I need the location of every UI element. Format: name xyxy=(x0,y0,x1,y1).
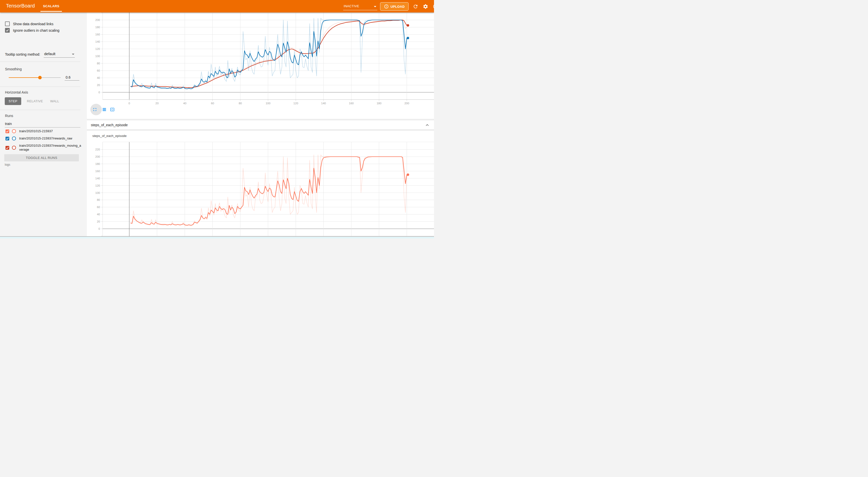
run-checkbox[interactable] xyxy=(5,146,9,150)
run-checkbox[interactable] xyxy=(5,137,9,140)
svg-text:180: 180 xyxy=(95,162,100,165)
chevron-down-icon xyxy=(374,6,376,7)
checkbox-ignore-outliers[interactable]: Ignore outliers in chart scaling xyxy=(5,28,59,33)
svg-text:0: 0 xyxy=(128,102,130,105)
run-label: train/20201015-215937 xyxy=(19,129,82,133)
checkbox-box[interactable] xyxy=(5,22,10,26)
slider-fill xyxy=(9,77,40,78)
axis-button-step[interactable]: STEP xyxy=(5,97,21,105)
checkbox-show-download-links[interactable]: Show data download links xyxy=(5,22,54,26)
svg-text:140: 140 xyxy=(95,177,100,180)
svg-text:220: 220 xyxy=(95,148,100,151)
svg-text:140: 140 xyxy=(321,102,326,105)
svg-text:20: 20 xyxy=(155,102,159,105)
fit-domain-icon[interactable] xyxy=(110,107,115,112)
run-color-radio[interactable] xyxy=(12,129,16,133)
refresh-icon[interactable] xyxy=(413,4,418,9)
divider xyxy=(0,110,80,110)
smoothing-label: Smoothing xyxy=(5,67,22,71)
run-label: train/20201015-215937/rewards_raw xyxy=(19,136,82,140)
run-color-radio[interactable] xyxy=(12,146,16,150)
status-dropdown-value: INACTIVE xyxy=(344,4,359,8)
divider xyxy=(0,62,80,62)
svg-text:40: 40 xyxy=(97,76,100,80)
svg-text:20: 20 xyxy=(97,84,100,87)
checkbox-label: Show data download links xyxy=(13,22,54,26)
upload-button-label: UPLOAD xyxy=(391,5,405,8)
section-title: steps_of_each_episode xyxy=(91,123,128,127)
runs-filter-input[interactable]: train xyxy=(5,120,80,127)
scalar-chart-canvas[interactable]: 0204060801001201401601802000204060801001… xyxy=(87,12,434,119)
svg-text:80: 80 xyxy=(239,102,242,105)
sidebar: Show data download links Ignore outliers… xyxy=(0,12,87,236)
svg-text:0: 0 xyxy=(99,91,100,94)
run-item[interactable]: train/20201015-215937/rewards_moving_ave… xyxy=(5,144,85,152)
svg-text:180: 180 xyxy=(377,102,381,105)
svg-text:200: 200 xyxy=(404,102,409,105)
svg-text:200: 200 xyxy=(95,155,100,158)
bottom-panel-edge xyxy=(0,236,434,238)
tooltip-sorting-row: Tooltip sorting method: default xyxy=(5,52,82,58)
svg-text:120: 120 xyxy=(95,47,100,51)
svg-text:100: 100 xyxy=(95,191,100,194)
help-icon[interactable] xyxy=(433,3,434,10)
run-item[interactable]: train/20201015-215937 xyxy=(5,129,85,133)
run-item[interactable]: train/20201015-215937/rewards_raw xyxy=(5,136,85,140)
chart-toolbar xyxy=(92,105,122,115)
svg-text:180: 180 xyxy=(95,26,100,29)
run-list: train/20201015-215937train/20201015-2159… xyxy=(5,129,85,155)
smoothing-slider[interactable] xyxy=(9,76,61,80)
svg-text:160: 160 xyxy=(349,102,354,105)
settings-icon[interactable] xyxy=(423,4,428,9)
data-table-icon[interactable] xyxy=(102,107,107,112)
chevron-up-icon[interactable] xyxy=(425,123,430,127)
tooltip-sorting-value: default xyxy=(44,52,55,56)
runs-label: Runs xyxy=(5,114,13,118)
svg-text:140: 140 xyxy=(95,40,100,43)
svg-text:100: 100 xyxy=(266,102,270,105)
svg-text:20: 20 xyxy=(97,220,100,223)
section-header-card[interactable]: steps_of_each_episode xyxy=(87,120,434,129)
toggle-all-runs-button[interactable]: TOGGLE ALL RUNS xyxy=(4,154,79,161)
logs-text: logs xyxy=(5,163,10,166)
tooltip-sorting-select[interactable]: default xyxy=(44,51,75,58)
tab-scalars-label: SCALARS xyxy=(40,4,62,8)
tab-scalars[interactable]: SCALARS xyxy=(40,0,62,12)
svg-text:60: 60 xyxy=(97,69,100,72)
axis-button-relative[interactable]: RELATIVE xyxy=(25,97,45,105)
info-icon xyxy=(384,4,389,9)
checkbox-box[interactable] xyxy=(5,28,10,33)
svg-text:60: 60 xyxy=(211,102,214,105)
tensorboard-app: TensorBoard SCALARS INACTIVE UPLOAD xyxy=(0,0,434,238)
svg-text:100: 100 xyxy=(95,55,100,58)
chevron-down-icon xyxy=(72,54,74,55)
run-label: train/20201015-215937/rewards_moving_ave… xyxy=(19,144,82,152)
run-checkbox[interactable] xyxy=(5,129,9,133)
checkbox-label: Ignore outliers in chart scaling xyxy=(13,28,59,32)
axis-button-wall[interactable]: WALL xyxy=(47,97,62,105)
svg-text:40: 40 xyxy=(183,102,186,105)
chart-card-steps: steps_of_each_episode 020406080100120140… xyxy=(87,130,434,236)
scalar-chart-canvas[interactable]: 020406080100120140160180200220 xyxy=(87,131,434,236)
app-title: TensorBoard xyxy=(6,3,35,9)
svg-text:120: 120 xyxy=(95,184,100,187)
horizontal-axis-label: Horizontal Axis xyxy=(5,90,28,94)
expand-icon[interactable] xyxy=(92,107,97,112)
divider xyxy=(0,87,80,87)
status-dropdown[interactable]: INACTIVE xyxy=(343,3,377,10)
app-header: TensorBoard SCALARS INACTIVE UPLOAD xyxy=(0,0,434,12)
run-color-radio[interactable] xyxy=(12,136,16,140)
svg-text:80: 80 xyxy=(97,62,100,65)
svg-text:160: 160 xyxy=(95,170,100,172)
runs-filter-value: train xyxy=(5,122,12,126)
svg-text:80: 80 xyxy=(97,198,100,201)
smoothing-value: 0.6 xyxy=(66,75,70,80)
svg-text:160: 160 xyxy=(95,33,100,36)
smoothing-value-input[interactable]: 0.6 xyxy=(65,74,80,81)
svg-text:200: 200 xyxy=(95,19,100,22)
tooltip-sorting-label: Tooltip sorting method: xyxy=(5,53,40,56)
upload-button[interactable]: UPLOAD xyxy=(380,2,408,11)
slider-thumb[interactable] xyxy=(38,76,42,80)
svg-text:120: 120 xyxy=(293,102,298,105)
svg-text:0: 0 xyxy=(99,227,100,230)
